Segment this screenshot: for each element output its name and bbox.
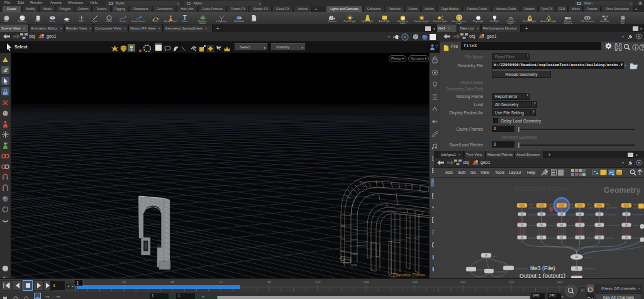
- svg-text:transform2: transform2: [547, 214, 558, 216]
- svg-text:geo1: geo1: [492, 255, 497, 258]
- svg-text:96: 96: [267, 280, 271, 284]
- svg-text:Geometry: Geometry: [604, 186, 640, 195]
- svg-text:Education Edition: Education Edition: [514, 185, 569, 192]
- svg-text:loadname5: loadname5: [606, 207, 618, 209]
- svg-text:1: 1: [77, 281, 79, 285]
- svg-text:transform5: transform5: [605, 214, 616, 216]
- svg-text:connectivity5: connectivity5: [606, 224, 619, 227]
- svg-text:dopimport1: dopimport1: [584, 268, 596, 270]
- svg-text:file5: file5: [606, 204, 611, 206]
- svg-text:6: 6: [625, 241, 627, 244]
- svg-text:output3: output3: [568, 237, 576, 239]
- svg-text:Output 1 (output1): Output 1 (output1): [519, 273, 565, 278]
- svg-text:file2: file2: [548, 204, 553, 206]
- svg-text:4: 4: [579, 241, 580, 244]
- svg-text:72: 72: [219, 280, 223, 284]
- svg-text:file1: file1: [529, 204, 533, 206]
- svg-text:output5: output5: [606, 237, 614, 239]
- svg-text:file3: file3: [569, 204, 573, 206]
- svg-text:file4: file4: [587, 204, 591, 206]
- svg-text:file6: file6: [633, 204, 638, 206]
- svg-text:output6: output6: [633, 237, 641, 239]
- svg-text:120: 120: [314, 280, 320, 284]
- svg-text:144: 144: [363, 280, 369, 284]
- svg-text:24: 24: [122, 280, 126, 284]
- svg-text:file3 (File): file3 (File): [530, 265, 555, 271]
- svg-text:merge1: merge1: [585, 256, 593, 259]
- svg-text:output1: output1: [528, 237, 536, 239]
- svg-text:rendermesh: rendermesh: [515, 268, 528, 270]
- svg-text:48: 48: [170, 280, 174, 284]
- svg-text:transform6: transform6: [632, 214, 643, 216]
- svg-text:192: 192: [460, 280, 465, 284]
- svg-text:output2: output2: [548, 237, 556, 239]
- svg-text:transform9: transform9: [495, 271, 506, 273]
- svg-text:5: 5: [598, 241, 600, 244]
- svg-text:240: 240: [557, 280, 562, 284]
- svg-text:output4: output4: [586, 237, 594, 239]
- svg-text:168: 168: [411, 280, 417, 284]
- svg-text:216: 216: [508, 280, 514, 284]
